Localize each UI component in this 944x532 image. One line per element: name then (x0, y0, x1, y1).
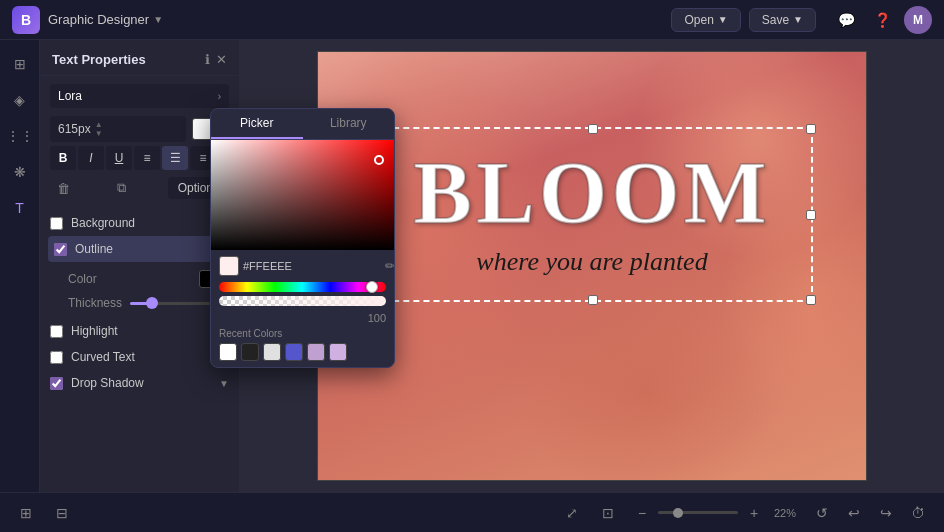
outline-checkbox[interactable] (54, 243, 67, 256)
hue-slider[interactable] (219, 282, 386, 292)
fit-page-icon[interactable]: ⊡ (594, 499, 622, 527)
background-label: Background (71, 216, 135, 230)
italic-button[interactable]: I (78, 146, 104, 170)
avatar[interactable]: M (904, 6, 932, 34)
open-button[interactable]: Open ▼ (671, 8, 740, 32)
tab-library[interactable]: Library (303, 109, 395, 139)
subtitle-text[interactable]: where you are planted (476, 247, 707, 277)
bottom-right-icons: ↺ ↩ ↪ ⏱ (808, 499, 932, 527)
left-sidebar: ⊞ ◈ ⋮⋮ ❋ T (0, 40, 40, 532)
topbar: B Graphic Designer ▼ Open ▼ Save ▼ 💬 ❓ M (0, 0, 944, 40)
app-logo: B (12, 6, 40, 34)
font-arrow: › (218, 91, 221, 102)
help-icon[interactable]: ❓ (868, 6, 896, 34)
underline-button[interactable]: U (106, 146, 132, 170)
duplicate-button[interactable]: ⧉ (109, 176, 135, 200)
hue-thumb (366, 281, 378, 293)
font-name: Lora (58, 89, 82, 103)
hex-input[interactable] (243, 260, 381, 272)
panel-title: Text Properties (52, 52, 146, 67)
app-name-chevron: ▼ (153, 14, 163, 25)
recent-color-5[interactable] (307, 343, 325, 361)
highlight-checkbox[interactable] (50, 325, 63, 338)
text-icon[interactable]: T (4, 192, 36, 224)
background-checkbox[interactable] (50, 217, 63, 230)
drop-shadow-checkbox[interactable] (50, 377, 63, 390)
recent-colors-label: Recent Colors (219, 328, 386, 339)
undo-icon[interactable]: ↩ (840, 499, 868, 527)
topbar-icons: 💬 ❓ M (832, 6, 932, 34)
delete-button[interactable]: 🗑 (50, 176, 76, 200)
zoom-in-button[interactable]: + (742, 501, 766, 525)
recent-color-2[interactable] (241, 343, 259, 361)
info-icon[interactable]: ℹ (205, 52, 210, 67)
color-label: Color (68, 272, 97, 286)
open-chevron: ▼ (718, 14, 728, 25)
recent-color-4[interactable] (285, 343, 303, 361)
bottom-bar: ⊞ ⊟ ⤢ ⊡ − + 22% ↺ ↩ ↪ ⏱ (0, 492, 944, 532)
curved-text-label: Curved Text (71, 350, 135, 364)
picker-cursor (374, 155, 384, 165)
background-row: Background (50, 210, 229, 236)
layers-icon[interactable]: ⊞ (4, 48, 36, 80)
font-size-input[interactable]: 615px ▲▼ (50, 116, 186, 142)
current-color-swatch[interactable] (219, 256, 239, 276)
eyedropper-icon[interactable]: ✏ (385, 259, 395, 273)
zoom-value: 22% (770, 507, 800, 519)
recent-color-6[interactable] (329, 343, 347, 361)
elements-icon[interactable]: ◈ (4, 84, 36, 116)
curved-text-row: Curved Text ▼ (50, 344, 229, 370)
alpha-value: 100 (368, 312, 386, 324)
layers-bottom-icon[interactable]: ⊞ (12, 499, 40, 527)
hex-row: ✏ 🔗 ⊞ + (219, 256, 386, 276)
thickness-label: Thickness (68, 296, 122, 310)
zoom-slider[interactable] (658, 511, 738, 514)
drop-shadow-row: Drop Shadow ▼ (50, 370, 229, 396)
chat-icon[interactable]: 💬 (832, 6, 860, 34)
app-name-label: Graphic Designer (48, 12, 149, 27)
recent-color-3[interactable] (263, 343, 281, 361)
outline-row: Outline (48, 236, 231, 262)
highlight-row: Highlight (50, 318, 229, 344)
curved-text-checkbox[interactable] (50, 351, 63, 364)
drop-shadow-chevron: ▼ (219, 378, 229, 389)
fit-width-icon[interactable]: ⤢ (558, 499, 586, 527)
bloom-text[interactable]: BLOOM (413, 142, 770, 243)
save-chevron: ▼ (793, 14, 803, 25)
redo-icon[interactable]: ↪ (872, 499, 900, 527)
align-center-button[interactable]: ☰ (162, 146, 188, 170)
font-size-value: 615px (58, 122, 91, 136)
font-size-arrows[interactable]: ▲▼ (95, 120, 103, 138)
align-left-button[interactable]: ≡ (134, 146, 160, 170)
history-icon[interactable]: ⏱ (904, 499, 932, 527)
save-button[interactable]: Save ▼ (749, 8, 816, 32)
font-size-row: 615px ▲▼ ··· (50, 116, 229, 142)
highlight-label: Highlight (71, 324, 118, 338)
close-icon[interactable]: ✕ (216, 52, 227, 67)
panel-header: Text Properties ℹ ✕ (40, 40, 239, 76)
picker-tabs: Picker Library (211, 109, 394, 140)
zoom-controls: − + 22% (630, 501, 800, 525)
thickness-slider[interactable] (130, 302, 210, 305)
drop-shadow-label: Drop Shadow (71, 376, 144, 390)
options-row: 🗑 ⧉ Options (50, 176, 229, 200)
recent-colors (219, 343, 386, 361)
tab-picker[interactable]: Picker (211, 109, 303, 139)
color-gradient-area[interactable] (211, 140, 394, 250)
panel-header-icons: ℹ ✕ (205, 52, 227, 67)
grid-icon[interactable]: ⋮⋮ (4, 120, 36, 152)
app-name[interactable]: Graphic Designer ▼ (48, 12, 163, 27)
picker-controls: ✏ 🔗 ⊞ + 100 Recent Colors (211, 250, 394, 367)
grid-bottom-icon[interactable]: ⊟ (48, 499, 76, 527)
alpha-slider[interactable] (219, 296, 386, 306)
font-selector[interactable]: Lora › (50, 84, 229, 108)
rotate-left-icon[interactable]: ↺ (808, 499, 836, 527)
picker-tools: ✏ 🔗 ⊞ + (385, 258, 395, 274)
shapes-icon[interactable]: ❋ (4, 156, 36, 188)
bold-button[interactable]: B (50, 146, 76, 170)
format-row: B I U ≡ ☰ ≡ (50, 146, 229, 170)
canvas-frame[interactable]: BLOOM where you are planted (317, 51, 867, 481)
color-picker-popup: Picker Library ✏ 🔗 ⊞ + 100 Recent Colors (210, 108, 395, 368)
recent-color-1[interactable] (219, 343, 237, 361)
zoom-out-button[interactable]: − (630, 501, 654, 525)
